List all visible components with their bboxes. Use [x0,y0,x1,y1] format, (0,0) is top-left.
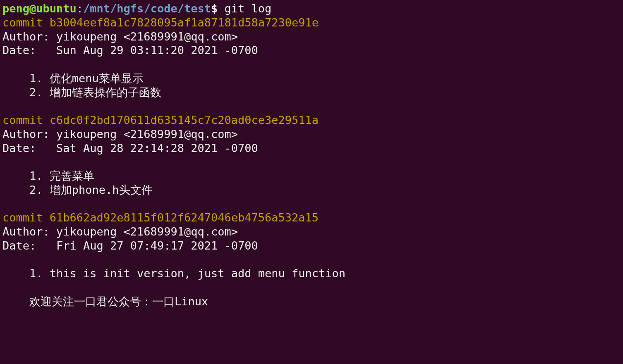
commit-hash-line: commit c6dc0f2bd170611d635145c7c20ad0ce3… [2,114,319,126]
commit-message-line: 1. 优化menu菜单显示 [2,72,144,85]
commit-date-line: Date: Fri Aug 27 07:49:17 2021 -0700 [2,239,258,252]
commit-message-line: 1. this is init version, just add menu f… [2,267,345,280]
prompt-user: peng@ubuntu [2,2,77,15]
prompt-dollar: $ [211,2,225,15]
commit-date-line: Date: Sun Aug 29 03:11:20 2021 -0700 [2,44,258,57]
commit-message-line: 2. 增加phone.h头文件 [2,183,153,196]
command-text: git log [224,2,271,15]
commit-message-line: 1. 完善菜单 [2,169,94,182]
commit-hash-line: commit 61b662ad92e8115f012f6247046eb4756… [2,211,319,224]
terminal-output[interactable]: peng@ubuntu:/mnt/hgfs/code/test$ git log… [0,0,623,310]
commit-message-line: 欢迎关注一口君公众号：一口Linux [2,295,208,308]
commit-date-line: Date: Sat Aug 28 22:14:28 2021 -0700 [2,142,258,155]
commit-message-line: 2. 增加链表操作的子函数 [2,86,161,99]
commit-author-line: Author: yikoupeng <21689991@qq.com> [2,128,238,140]
commit-hash-line: commit b3004eef8a1c7828095af1a87181d58a7… [2,16,319,29]
prompt-path: /mnt/hgfs/code/test [83,2,211,15]
commit-author-line: Author: yikoupeng <21689991@qq.com> [2,30,238,43]
commit-author-line: Author: yikoupeng <21689991@qq.com> [2,225,238,238]
prompt-sep: : [77,2,83,15]
